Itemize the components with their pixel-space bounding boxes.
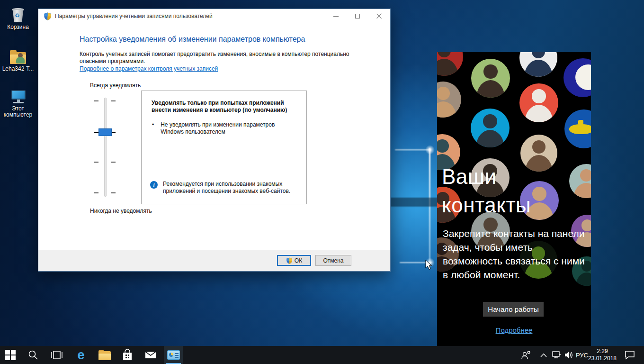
slider-tick-active <box>94 132 98 133</box>
language-indicator[interactable]: РУС <box>574 346 590 364</box>
slider-tick <box>94 192 98 193</box>
avatar-photo-desk-man <box>520 135 557 172</box>
mouse-cursor <box>425 260 433 270</box>
maximize-icon <box>355 14 360 18</box>
wallpaper-dark-band <box>390 198 438 207</box>
clock-date: 23.01.2018 <box>588 355 617 362</box>
page-title: Настройка уведомления об изменении парам… <box>80 35 305 44</box>
desktop-icon-label: Корзина <box>0 24 36 30</box>
level-title: Уведомлять только при попытках приложени… <box>152 100 294 114</box>
info-icon: i <box>150 181 158 189</box>
edge-icon: e <box>77 349 84 361</box>
close-icon <box>376 13 382 19</box>
people-icon <box>521 350 531 360</box>
speaker-icon <box>564 351 573 359</box>
user-folder-icon <box>0 47 36 64</box>
clock-time: 2:29 <box>597 348 608 355</box>
ok-button-label: ОК <box>295 257 302 264</box>
file-explorer-button[interactable] <box>95 346 114 364</box>
avatar-illus-red-woman <box>519 83 558 122</box>
search-button[interactable] <box>24 346 43 364</box>
control-panel-icon <box>167 350 180 360</box>
windows-logo-icon <box>5 350 16 360</box>
contacts-body-text: Закрепите контакты на панели задач, чтоб… <box>443 227 585 282</box>
search-icon <box>28 350 38 360</box>
avatar-illus-teal-woman <box>569 164 591 198</box>
store-button[interactable] <box>118 346 137 364</box>
desktop-icon-label: Leha342-T... <box>0 66 36 72</box>
volume-tray-button[interactable] <box>563 346 575 364</box>
get-started-button[interactable]: Начало работы <box>483 302 544 317</box>
file-explorer-icon <box>98 350 111 360</box>
ok-button[interactable]: ОК <box>277 255 311 266</box>
recycle-bin-icon: ♻ <box>0 6 36 23</box>
uac-slider-track[interactable] <box>104 98 107 197</box>
cancel-button-label: Отмена <box>323 257 343 264</box>
minimize-icon <box>333 16 339 17</box>
network-tray-button[interactable] <box>550 346 563 364</box>
avatar-photo-child-collage <box>437 82 461 118</box>
taskbar: e <box>0 346 644 364</box>
slider-tick <box>111 192 116 193</box>
task-view-icon <box>51 350 63 360</box>
desktop-icon-recycle-bin[interactable]: ♻ Корзина <box>0 6 36 30</box>
network-icon <box>552 351 561 359</box>
slider-tick <box>94 100 98 101</box>
cancel-button[interactable]: Отмена <box>315 255 351 266</box>
avatar-photo-green-woman <box>471 59 510 98</box>
uac-level-description-box: Уведомлять только при попытках приложени… <box>141 91 307 204</box>
desktop-icon-this-pc[interactable]: Этот компьютер <box>0 87 36 118</box>
slider-tick-active <box>111 132 116 133</box>
desktop-icon-label: Этот компьютер <box>0 106 36 118</box>
people-contacts-panel: Ваши контакты Закрепите контакты на пане… <box>437 52 591 346</box>
avatar-baseball <box>564 58 591 97</box>
this-pc-icon <box>0 87 36 104</box>
maximize-button[interactable] <box>347 9 368 23</box>
mail-button[interactable] <box>141 346 160 364</box>
close-button[interactable] <box>368 9 390 23</box>
window-footer: ОК Отмена <box>38 250 390 271</box>
start-button[interactable] <box>1 346 20 364</box>
contacts-title-line1: Ваши <box>442 165 497 189</box>
slider-tick <box>111 100 116 101</box>
wallpaper-glow-node <box>425 145 435 155</box>
uac-more-info-link[interactable]: Подробнее о параметрах контроля учетных … <box>80 65 218 72</box>
slider-top-label: Всегда уведомлять <box>90 82 141 89</box>
slider-tick <box>111 162 116 163</box>
slider-bottom-label: Никогда не уведомлять <box>90 208 152 214</box>
level-note-text: Рекомендуется при использовании знакомых… <box>163 181 295 195</box>
people-tray-button[interactable] <box>519 346 533 364</box>
mail-icon <box>145 351 156 359</box>
uac-settings-window: Параметры управления учетными записями п… <box>38 9 391 272</box>
task-view-button[interactable] <box>47 346 66 364</box>
clock[interactable]: 2:29 23.01.2018 <box>588 346 617 364</box>
window-title: Параметры управления учетными записями п… <box>55 13 213 19</box>
avatar-photo-red-woman <box>437 52 463 76</box>
desktop: ♻ Корзина Leha342-T... Этот компьютер Па… <box>0 0 644 364</box>
uac-description: Контроль учетных записей помогает предот… <box>80 51 354 65</box>
edge-browser-button[interactable]: e <box>72 346 90 364</box>
uac-slider-handle[interactable] <box>98 128 112 136</box>
bullet-glyph: • <box>152 121 154 136</box>
avatar-submarine <box>564 109 591 148</box>
store-icon <box>122 349 133 361</box>
learn-more-link[interactable]: Подробнее <box>437 326 591 334</box>
uac-shield-icon <box>44 12 52 20</box>
minimize-button[interactable] <box>325 9 347 23</box>
contacts-title-line2: контакты <box>442 193 531 217</box>
desktop-icon-user-folder[interactable]: Leha342-T... <box>0 47 36 72</box>
chevron-up-icon <box>540 353 547 357</box>
action-center-button[interactable] <box>621 346 638 364</box>
avatar-illus-cyan-man <box>471 109 510 147</box>
action-center-icon <box>625 350 635 360</box>
slider-tick <box>94 162 98 163</box>
level-bullet-text: Не уведомлять при изменении параметров W… <box>161 121 279 136</box>
show-hidden-icons-button[interactable] <box>538 346 549 364</box>
uac-shield-icon <box>286 257 293 264</box>
avatar-illus-white-woman <box>519 52 557 77</box>
uac-settings-taskbar-button[interactable] <box>164 346 183 364</box>
